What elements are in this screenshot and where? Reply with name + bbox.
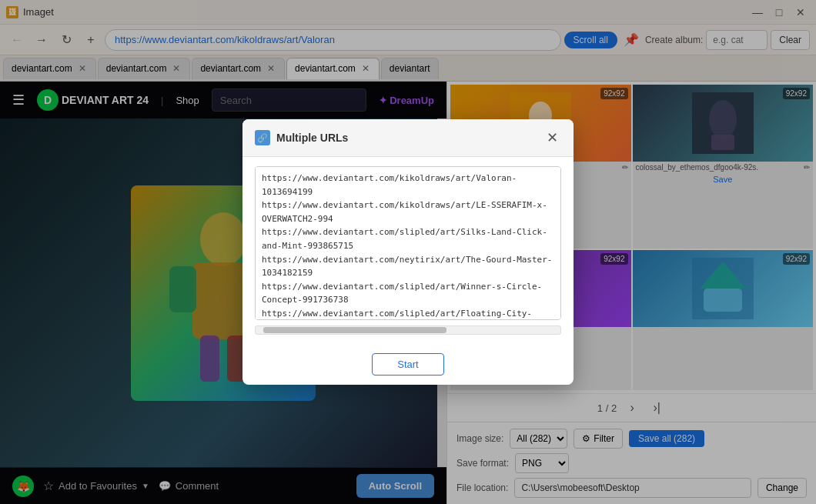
modal-header: 🔗 Multiple URLs ✕ [242,119,574,157]
modal-scrollbar [255,325,561,335]
modal-body [242,157,574,344]
modal-icon: 🔗 [255,130,270,145]
modal-title: Multiple URLs [276,132,348,144]
horizontal-scrollbar[interactable] [255,325,561,335]
modal-overlay: 🔗 Multiple URLs ✕ Start [0,0,816,504]
modal-footer: Start [242,344,574,385]
urls-textarea[interactable] [255,166,561,320]
modal-close-button[interactable]: ✕ [543,129,561,147]
multiple-urls-modal: 🔗 Multiple URLs ✕ Start [242,119,574,385]
start-button[interactable]: Start [372,353,443,375]
scrollbar-thumb [263,327,446,333]
